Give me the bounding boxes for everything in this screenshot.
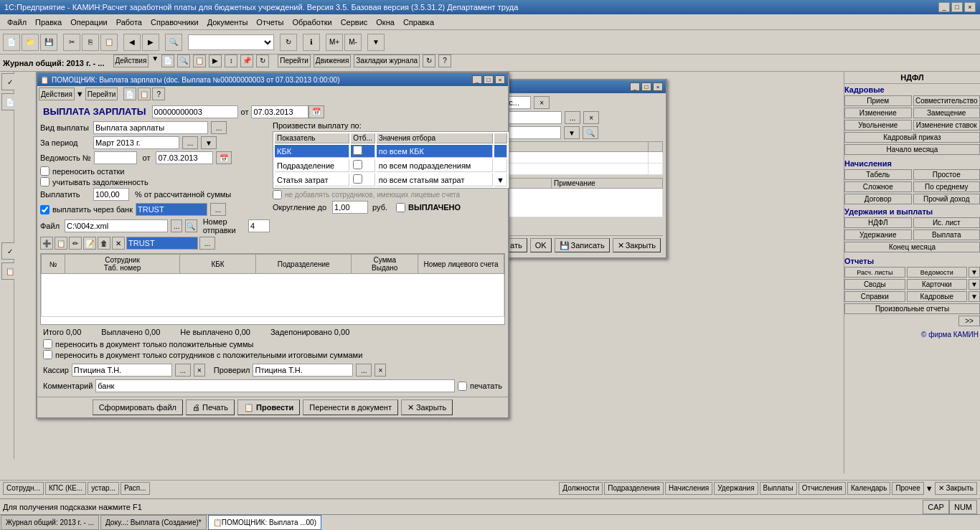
journal-movements[interactable]: Движения — [314, 55, 351, 67]
ndfl-uvolnenie-btn[interactable]: Увольнение — [844, 120, 912, 131]
ndfl-uderj-btn[interactable]: Удержание — [844, 229, 912, 240]
popup2-razd-x[interactable]: × — [583, 111, 599, 124]
popup2-zatrat-search[interactable]: 🔍 — [583, 126, 598, 139]
close-button[interactable]: × — [964, 2, 976, 12]
popup-help-btn[interactable]: ? — [152, 87, 165, 100]
ndfl-vyplata-btn[interactable]: Выплата — [913, 229, 981, 240]
ndfl-arrow-btn[interactable]: >> — [958, 316, 980, 326]
tb-back[interactable]: ◀ — [123, 34, 141, 51]
menu-service[interactable]: Сервис — [336, 16, 372, 28]
ndfl-vedomosti-btn[interactable]: Ведомости — [907, 267, 968, 278]
nav-podrazd[interactable]: Подразделения — [604, 482, 664, 495]
add-btn[interactable]: ➕ — [40, 237, 53, 250]
popup2-zapisat-btn[interactable]: 💾 Записать — [555, 238, 610, 252]
nav-rasp[interactable]: Расп... — [121, 482, 150, 495]
kassir-input[interactable] — [72, 364, 172, 377]
journal-btn2[interactable]: 🔍 — [177, 55, 190, 67]
tb-info[interactable]: ℹ — [303, 34, 320, 51]
tb-refresh[interactable]: ↻ — [280, 34, 297, 51]
kbk-row[interactable]: КБК по всем КБК — [275, 145, 507, 158]
journal-goto[interactable]: Перейти — [278, 55, 311, 67]
edit-btn[interactable]: ✏ — [69, 237, 82, 250]
bank-input[interactable] — [136, 203, 207, 216]
transfer1-cb[interactable] — [43, 339, 52, 349]
doc-date-btn[interactable]: 📅 — [308, 105, 324, 118]
tb-combo[interactable] — [188, 34, 274, 50]
period-input[interactable] — [93, 136, 179, 149]
popup2-razd-btn[interactable]: ... — [565, 111, 580, 124]
ndfl-kadrov-prikaz-btn[interactable]: Кадровый приказ — [844, 132, 980, 143]
ndfl-slojnoe-btn[interactable]: Сложное — [844, 181, 912, 192]
proveril-btn[interactable]: ... — [356, 364, 372, 377]
ndfl-prostoe-btn[interactable]: Простое — [913, 169, 981, 180]
file-search[interactable]: 🔍 — [185, 219, 197, 232]
transfer2-cb[interactable] — [43, 350, 52, 359]
vedomost-date[interactable] — [156, 151, 213, 164]
file-btn[interactable]: ... — [171, 219, 182, 232]
popup-close-btn[interactable]: ✕ Закрыть — [401, 399, 453, 415]
taskbar-dokument[interactable]: Доку...: Выплата (Создание)* — [100, 515, 207, 530]
ndfl-kartochki-arrow[interactable]: ▼ — [969, 279, 980, 290]
nomer-input[interactable] — [248, 219, 270, 232]
menu-work[interactable]: Работа — [112, 16, 146, 28]
tb-extra[interactable]: ▼ — [367, 34, 385, 51]
journal-actions-btn[interactable]: Действия — [113, 55, 149, 67]
journal-btn7[interactable]: ↻ — [256, 55, 269, 67]
proveril-input[interactable] — [253, 364, 353, 377]
menu-references[interactable]: Справочники — [146, 16, 203, 28]
bank2-btn[interactable]: ... — [199, 237, 215, 250]
taskbar-journal[interactable]: Журнал общий: 2013 г. - ... — [1, 515, 99, 530]
ndfl-spravki-btn[interactable]: Справки — [844, 291, 905, 302]
journal-btn4[interactable]: ▶ — [209, 55, 222, 67]
vedomost-input[interactable] — [94, 151, 137, 164]
popup-tb-copy[interactable]: 📋 — [138, 87, 151, 100]
ndfl-po-sredn-btn[interactable]: По среднему — [913, 181, 981, 192]
journal-btn5[interactable]: ↕ — [225, 55, 237, 67]
kbk-cb[interactable] — [353, 146, 362, 155]
ne-dobavlyat-cb[interactable] — [273, 190, 282, 199]
popup-goto-btn[interactable]: Перейти — [85, 87, 118, 100]
doc-date-input[interactable] — [251, 105, 308, 118]
menu-processing[interactable]: Обработки — [288, 16, 336, 28]
tb-cut[interactable]: ✂ — [63, 34, 80, 51]
tb-forward[interactable]: ▶ — [142, 34, 159, 51]
ndfl-zameshenie-btn[interactable]: Замещение — [913, 108, 981, 118]
journal-btn6[interactable]: 📌 — [240, 55, 253, 67]
nav-ustar[interactable]: устар... — [88, 482, 119, 495]
print-cb[interactable] — [458, 382, 467, 391]
journal-refresh[interactable]: ↻ — [423, 55, 435, 67]
nav-prochee[interactable]: Прочее — [892, 482, 923, 495]
maximize-button[interactable]: □ — [951, 2, 963, 12]
menu-help[interactable]: Справка — [399, 16, 438, 28]
popup-close[interactable]: × — [495, 75, 505, 84]
nav-uderj[interactable]: Удержания — [714, 482, 758, 495]
menu-edit[interactable]: Правка — [31, 16, 66, 28]
period-arrow[interactable]: ▼ — [201, 136, 217, 149]
tb-open[interactable]: 📁 — [22, 34, 39, 51]
statya-row[interactable]: Статья затрат по всем статьям затрат ▼ — [275, 174, 507, 186]
ndfl-raschet-listy-btn[interactable]: Расч. листы — [844, 267, 905, 278]
nav-nach[interactable]: Начисления — [665, 482, 712, 495]
menu-file[interactable]: Файл — [3, 16, 31, 28]
ostatok-cb[interactable] — [40, 166, 50, 176]
ndfl-dogovor-btn[interactable]: Договор — [844, 194, 912, 204]
journal-bookmarks[interactable]: Закладки журнала — [354, 55, 420, 67]
transfer-btn[interactable]: Перенести в документ — [303, 399, 398, 415]
ndfl-kartochki-btn[interactable]: Карточки — [907, 279, 968, 290]
vyplatit-input[interactable] — [93, 188, 129, 201]
ndfl-ndfl-btn[interactable]: НДФЛ — [844, 217, 912, 228]
menu-windows[interactable]: Окна — [372, 16, 399, 28]
taskbar-pomoshnik[interactable]: 📋 ПОМОЩНИК: Выплата ...00) — [208, 515, 321, 530]
popup-tb-new[interactable]: 📄 — [123, 87, 136, 100]
popup-minimize[interactable]: _ — [472, 75, 482, 84]
vyplaceno-cb[interactable] — [396, 203, 405, 212]
podr-cb[interactable] — [353, 160, 362, 169]
popup2-kbk-x[interactable]: × — [534, 96, 550, 109]
ndfl-izm-stavok-btn[interactable]: Изменение ставок — [913, 120, 981, 131]
ndfl-proizvol-btn[interactable]: Произвольные отчеты — [844, 303, 980, 314]
ndfl-nachalo-mesyaca-btn[interactable]: Начало месяца — [844, 144, 980, 155]
journal-help[interactable]: ? — [438, 55, 451, 67]
bank-btn[interactable]: ... — [210, 203, 226, 216]
ndfl-is-list-btn[interactable]: Ис. лист — [913, 217, 981, 228]
popup2-maximize[interactable]: □ — [641, 82, 651, 91]
